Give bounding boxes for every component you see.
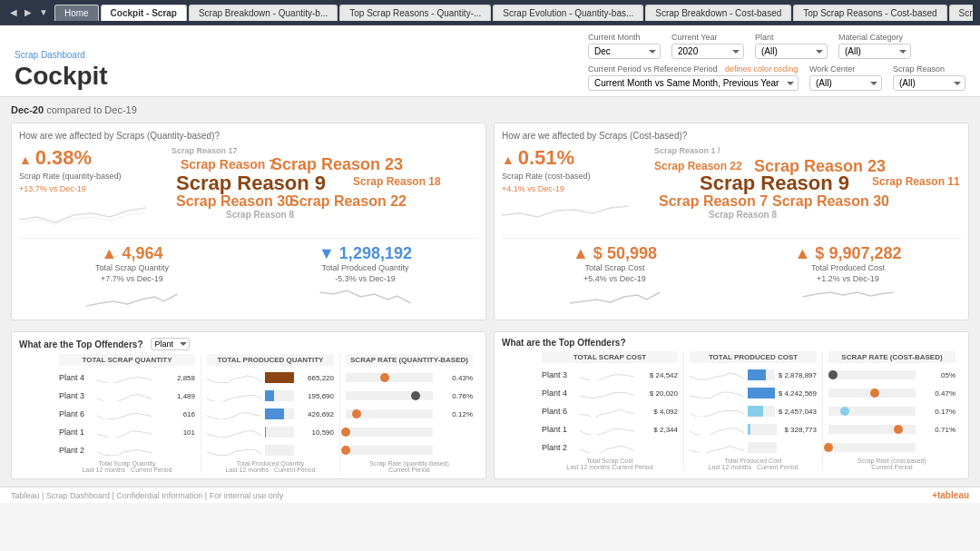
rate-dot bbox=[894, 425, 903, 434]
qty-total-produced-label: Total Produced Quantity bbox=[252, 263, 478, 272]
nav-tab[interactable]: Home bbox=[54, 5, 99, 21]
filter-plant-select[interactable]: (All) bbox=[755, 44, 828, 59]
bar-container bbox=[748, 388, 775, 398]
plant-row: Plant 1 $ 2,344 bbox=[542, 421, 678, 438]
nav-tab[interactable]: Top Scrap Reasons - Cost-based bbox=[793, 5, 946, 21]
qty-total-produced: ▼ 1,298,192 Total Produced Quantity -5.3… bbox=[252, 244, 478, 312]
plant-value: $ 20,020 bbox=[642, 389, 678, 398]
filter-material-select[interactable]: (All) bbox=[838, 44, 911, 59]
word-cloud-item[interactable]: Scrap Reason 18 bbox=[353, 175, 441, 188]
bar-container bbox=[265, 408, 294, 419]
plant-value: $ 2,457,043 bbox=[779, 408, 817, 416]
bar bbox=[265, 408, 284, 419]
word-cloud-item[interactable]: Scrap Reason 22 bbox=[654, 160, 742, 172]
nav-tab[interactable]: Cockpit - Scrap bbox=[101, 5, 187, 21]
word-cloud-item[interactable]: Scrap Reason 17 bbox=[172, 146, 238, 155]
plant-labels-col bbox=[19, 354, 54, 473]
rate-cost-header: SCRAP RATE (COST-BASED) bbox=[828, 351, 956, 363]
word-cloud-item[interactable]: Scrap Reason 11 bbox=[872, 175, 960, 188]
filter-material-label: Material Category bbox=[838, 33, 911, 42]
dashboard-columns: How are we affected by Scraps (Quantity-… bbox=[11, 123, 969, 320]
nav-tab[interactable]: Scrap Breakdown - Quantity-b... bbox=[189, 5, 338, 21]
plant-value: $ 2,878,897 bbox=[779, 371, 817, 379]
filter-year-select[interactable]: 2020 bbox=[671, 44, 744, 59]
period-comparison: compared to Dec-19 bbox=[46, 104, 137, 115]
offenders-cost-header: What are the Top Offenders? bbox=[502, 338, 961, 348]
plant-value: 616 bbox=[159, 410, 195, 418]
word-cloud-item[interactable]: Scrap Reason 8 bbox=[226, 210, 294, 220]
plant-value: 10,590 bbox=[298, 428, 334, 437]
cost-scrap-footer: Total Scrap CostLast 12 months Current P… bbox=[542, 458, 678, 470]
plant-value: $ 2,344 bbox=[642, 426, 678, 434]
plant-name: Plant 2 bbox=[59, 446, 93, 455]
offenders-qty-title: What are the Top Offenders? bbox=[19, 339, 143, 349]
qty-total-scrap-value: ▲ 4,964 bbox=[19, 244, 245, 263]
plant-sparkline-svg bbox=[690, 442, 744, 453]
rate-bar-container bbox=[346, 391, 433, 400]
word-cloud-item[interactable]: Scrap Reason 9 bbox=[176, 172, 326, 195]
rate-dot bbox=[352, 409, 361, 418]
period-current: Dec-20 bbox=[11, 104, 44, 115]
plant-sparkline-svg bbox=[580, 388, 634, 398]
cost-scrap-rate-label: Scrap Rate (cost-based) bbox=[502, 172, 647, 181]
plant-name: Plant 2 bbox=[542, 443, 576, 452]
bar bbox=[748, 424, 750, 435]
plant-name: Plant 1 bbox=[59, 428, 93, 437]
cost-produced-rows: $ 2,878,897 $ 4,242,569 $ 2,457,043 bbox=[690, 367, 817, 456]
word-cloud-item[interactable]: Scrap Reason 7 bbox=[659, 193, 768, 210]
cost-total-produced: ▲ $ 9,907,282 Total Produced Cost +1.2% … bbox=[735, 244, 961, 312]
filter-year-label: Current Year bbox=[671, 33, 744, 42]
qty-scrap-rate-label: Scrap Rate (quantity-based) bbox=[19, 172, 164, 181]
filter-sr-label: Scrap Reason bbox=[893, 64, 965, 74]
breadcrumb[interactable]: Scrap Dashboard bbox=[15, 50, 108, 60]
tableau-text: +tableau bbox=[932, 490, 969, 500]
header-filters: Current Month Dec Current Year 2020 Plan… bbox=[588, 33, 965, 91]
filter-sr-select[interactable]: (All) bbox=[893, 75, 965, 91]
word-cloud-item[interactable]: Scrap Reason 30 bbox=[772, 193, 889, 210]
produced-qty-header: TOTAL PRODUCED QUANTITY bbox=[207, 354, 334, 366]
bar bbox=[265, 372, 294, 383]
plant-value: 1,489 bbox=[159, 392, 195, 400]
qty-produced-rows: 665,220 195,690 426,692 10,59 bbox=[207, 369, 334, 458]
nav-tabs: HomeCockpit - ScrapScrap Breakdown - Qua… bbox=[54, 5, 973, 21]
word-cloud-item[interactable]: Scrap Reason 8 bbox=[709, 210, 777, 220]
offenders-cost-cols: TOTAL SCRAP COST Plant 3 $ 24,542 Plant … bbox=[502, 351, 961, 470]
plant-value: 195,690 bbox=[298, 392, 334, 400]
qty-rate-footer: Scrap Rate (quantity-based)Current Perio… bbox=[346, 460, 473, 473]
nav-back[interactable]: ◀ bbox=[7, 5, 20, 19]
plant-row: Plant 3 $ 24,542 bbox=[542, 367, 678, 383]
rate-qty-header: SCRAP RATE (QUANTITY-BASED) bbox=[346, 354, 473, 366]
word-cloud-item[interactable]: Scrap Reason 9 bbox=[700, 172, 849, 195]
plant-name: Plant 6 bbox=[542, 407, 576, 416]
filter-month-select[interactable]: Dec bbox=[588, 44, 661, 59]
rate-value: 05% bbox=[919, 371, 956, 379]
filter-wc-select[interactable]: (All) bbox=[809, 75, 882, 91]
cost-produced-minichart bbox=[735, 283, 961, 310]
bar-container bbox=[748, 406, 775, 417]
plant-row: 0.43% bbox=[346, 369, 473, 386]
cost-kpi-main: 0.51% Scrap Rate (cost-based) +4.1% vs D… bbox=[502, 146, 647, 193]
period-label: Dec-20 compared to Dec-19 bbox=[11, 104, 969, 115]
nav-tab[interactable]: Top Scrap Reasons - Quantity-... bbox=[339, 5, 491, 21]
word-cloud-item[interactable]: Scrap Reason 1 / bbox=[654, 146, 720, 155]
rate-bar-container bbox=[828, 370, 916, 379]
nav-tab[interactable]: Scrap Breakdown - Cost-based bbox=[645, 5, 791, 21]
offender-rate-qty-col: SCRAP RATE (QUANTITY-BASED) 0.43% 0.76% … bbox=[340, 354, 478, 473]
plant-row: 426,692 bbox=[207, 406, 334, 422]
qty-sparkline bbox=[19, 197, 146, 229]
word-cloud-item[interactable]: Scrap Reason 7 bbox=[181, 157, 276, 172]
rate-dot bbox=[828, 370, 838, 379]
nav-forward[interactable]: ▶ bbox=[22, 5, 34, 19]
offender-produced-qty-col: TOTAL PRODUCED QUANTITY 665,220 195,690 bbox=[201, 354, 340, 473]
word-cloud-item[interactable]: Scrap Reason 30 bbox=[176, 193, 293, 210]
nav-tab[interactable]: Scrap Evolution - Quantity-bas... bbox=[493, 5, 643, 21]
nav-tab[interactable]: Scrap Evolution - Cost-based bbox=[949, 5, 973, 21]
cost-kpi-left: 0.51% Scrap Rate (cost-based) +4.1% vs D… bbox=[502, 146, 647, 231]
qty-kpi-main: 0.38% Scrap Rate (quantity-based) +13.7%… bbox=[19, 146, 164, 193]
word-cloud-item[interactable]: Scrap Reason 22 bbox=[289, 193, 407, 210]
offenders-qty-filter[interactable]: Plant bbox=[151, 338, 190, 350]
nav-menu[interactable]: ▼ bbox=[36, 5, 51, 19]
plant-row: $ 328,773 bbox=[690, 421, 817, 438]
plant-sparkline-svg bbox=[97, 427, 152, 438]
filter-period-select[interactable]: Current Month vs Same Month, Previous Ye… bbox=[588, 75, 799, 91]
